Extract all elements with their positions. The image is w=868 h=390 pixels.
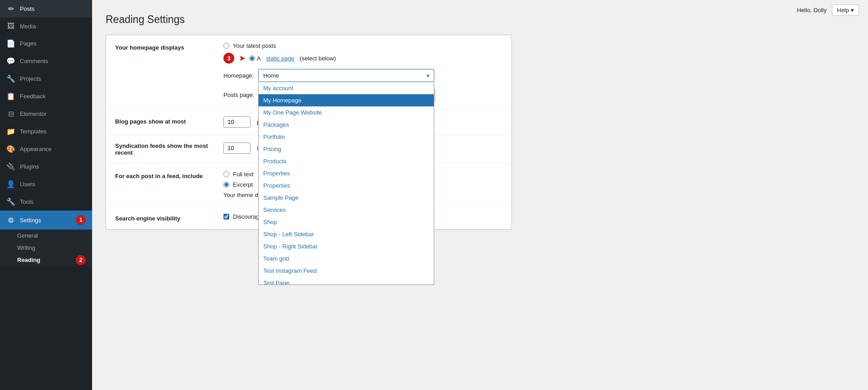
- sidebar-item-label: Templates: [20, 128, 46, 135]
- help-button[interactable]: Help ▾: [832, 5, 859, 16]
- feed-include-label: For each post in a feed, include: [115, 171, 214, 179]
- homepage-dropdown-trigger[interactable]: Home ▾: [258, 69, 434, 82]
- sidebar-item-settings[interactable]: ⚙ Settings 1 ◀: [0, 211, 92, 229]
- dropdown-option-my-account[interactable]: My account: [259, 82, 434, 94]
- dropdown-option-properties-1[interactable]: Properties: [259, 167, 434, 179]
- latest-posts-label: Your latest posts: [233, 42, 276, 49]
- sidebar-item-comments[interactable]: 💬 Comments: [0, 52, 92, 70]
- sidebar-item-tools[interactable]: 🔧 Tools: [0, 193, 92, 211]
- full-text-label: Full text: [233, 171, 254, 178]
- excerpt-radio[interactable]: [223, 182, 229, 188]
- dropdown-option-my-homepage[interactable]: My Homepage 4: [259, 94, 434, 106]
- latest-posts-radio[interactable]: [223, 43, 229, 49]
- chevron-down-icon: ▾: [851, 7, 854, 14]
- syndication-label: Syndication feeds show the most recent: [115, 142, 214, 156]
- sidebar-item-plugins[interactable]: 🔌 Plugins: [0, 158, 92, 175]
- feedback-icon: 📋: [6, 92, 15, 101]
- syndication-input[interactable]: [223, 142, 251, 154]
- page-title: Reading Settings: [106, 14, 854, 26]
- static-page-radio-item: 3 ➤ A static page (select below): [223, 53, 502, 64]
- dropdown-option-portfolio[interactable]: Portfolio: [259, 131, 434, 143]
- pages-icon: 📄: [6, 39, 15, 48]
- sidebar-item-label: Comments: [20, 58, 48, 64]
- tools-icon: 🔧: [6, 197, 15, 206]
- sidebar-item-media[interactable]: 🖼 Media: [0, 18, 92, 35]
- homepage-chevron-icon: ▾: [427, 73, 429, 79]
- main-content: Hello, Dolly Help ▾ Reading Settings You…: [92, 0, 868, 390]
- static-page-radio[interactable]: [249, 55, 255, 61]
- appearance-icon: 🎨: [6, 145, 15, 153]
- homepage-select-row: Homepage: Home ▾ My account My Homepage: [223, 69, 434, 82]
- projects-icon: 🔧: [6, 74, 15, 83]
- sidebar-item-appearance[interactable]: 🎨 Appearance: [0, 140, 92, 158]
- sidebar-item-label: Users: [20, 181, 35, 188]
- reading-label: Reading: [17, 257, 40, 263]
- dropdown-option-my-one-page[interactable]: My One Page Website: [259, 106, 434, 119]
- discourage-checkbox[interactable]: [223, 214, 229, 220]
- sidebar-item-label: Feedback: [20, 93, 46, 100]
- sidebar-item-projects[interactable]: 🔧 Projects: [0, 70, 92, 87]
- sidebar-item-label: Plugins: [20, 163, 39, 170]
- homepage-dropdown-section: Homepage: Home ▾ My account My Homepage: [223, 69, 502, 101]
- posts-icon: ✏: [6, 5, 15, 13]
- sidebar-item-label: Tools: [20, 198, 33, 205]
- dropdown-option-test-instagram[interactable]: Test Instagram Feed: [259, 265, 434, 277]
- blog-pages-input[interactable]: [223, 116, 251, 128]
- dropdown-option-shop-left[interactable]: Shop - Left Sidebar: [259, 228, 434, 240]
- dropdown-option-sample-page[interactable]: Sample Page: [259, 192, 434, 204]
- dropdown-option-shop[interactable]: Shop: [259, 216, 434, 228]
- homepage-selected-value: Home: [263, 72, 279, 79]
- sidebar-item-label: Projects: [20, 75, 41, 82]
- homepage-displays-label: Your homepage displays: [115, 42, 214, 51]
- sidebar-sub-item-reading[interactable]: Reading 2: [0, 254, 92, 266]
- latest-posts-radio-item: Your latest posts: [223, 42, 502, 49]
- sidebar-item-label: Settings: [20, 217, 41, 224]
- users-icon: 👤: [6, 180, 15, 188]
- sidebar-sub-item-general[interactable]: General: [0, 229, 92, 242]
- homepage-radio-group: Your latest posts 3 ➤ A static page (sel…: [223, 42, 502, 64]
- dropdown-option-team-grid[interactable]: Team grid: [259, 252, 434, 265]
- dropdown-option-pricing[interactable]: Pricing: [259, 143, 434, 155]
- sidebar-sub-menu: General Writing Reading 2: [0, 229, 92, 266]
- static-page-link[interactable]: static page: [266, 55, 294, 62]
- excerpt-label: Excerpt: [233, 181, 253, 188]
- sidebar-item-templates[interactable]: 📁 Templates: [0, 123, 92, 140]
- sidebar-item-label: Posts: [20, 5, 35, 12]
- syndication-label-text: Syndication feeds show the most recent: [115, 142, 208, 156]
- sidebar-item-label: Pages: [20, 40, 37, 47]
- theme-det-text: Your theme det: [223, 192, 263, 198]
- templates-icon: 📁: [6, 127, 15, 136]
- dropdown-option-properties-2[interactable]: Properties: [259, 179, 434, 192]
- dropdown-option-products[interactable]: Products: [259, 155, 434, 167]
- sidebar-item-users[interactable]: 👤 Users: [0, 175, 92, 193]
- full-text-radio[interactable]: [223, 171, 229, 177]
- sidebar-item-pages[interactable]: 📄 Pages: [0, 35, 92, 52]
- static-page-suffix: (select below): [300, 55, 336, 62]
- step2-badge: 2: [76, 255, 86, 265]
- dropdown-option-test-page[interactable]: Test Page: [259, 277, 434, 285]
- greeting-text: Hello, Dolly: [797, 7, 827, 14]
- dropdown-option-packages[interactable]: Packages: [259, 119, 434, 131]
- homepage-displays-row: Your homepage displays Your latest posts…: [106, 35, 511, 109]
- sidebar-sub-item-writing[interactable]: Writing: [0, 242, 92, 254]
- static-page-radio-label-a: A: [257, 55, 261, 62]
- sidebar-item-elementor[interactable]: ⊟ Elementor: [0, 105, 92, 123]
- elementor-icon: ⊟: [6, 110, 15, 118]
- sidebar-item-label: Elementor: [20, 110, 46, 117]
- sidebar-item-posts[interactable]: ✏ Posts: [0, 0, 92, 18]
- comments-icon: 💬: [6, 57, 15, 65]
- sidebar: ✏ Posts 🖼 Media 📄 Pages 💬 Comments 🔧 Pro…: [0, 0, 92, 390]
- sidebar-item-label: Appearance: [20, 146, 51, 152]
- homepage-dropdown-wrapper: Home ▾ My account My Homepage 4: [258, 69, 434, 82]
- homepage-dropdown-list[interactable]: My account My Homepage 4 My One Page Web…: [258, 82, 434, 285]
- posts-page-label: Posts page:: [223, 92, 255, 98]
- step1-badge: 1: [76, 215, 86, 225]
- plugins-icon: 🔌: [6, 162, 15, 171]
- settings-form: Your homepage displays Your latest posts…: [106, 35, 512, 230]
- sidebar-item-feedback[interactable]: 📋 Feedback: [0, 87, 92, 105]
- media-icon: 🖼: [6, 22, 15, 30]
- dropdown-option-services[interactable]: Services: [259, 204, 434, 216]
- homepage-displays-control: Your latest posts 3 ➤ A static page (sel…: [223, 42, 502, 101]
- settings-icon: ⚙: [6, 216, 15, 225]
- dropdown-option-shop-right[interactable]: Shop - Right Sidebar: [259, 240, 434, 252]
